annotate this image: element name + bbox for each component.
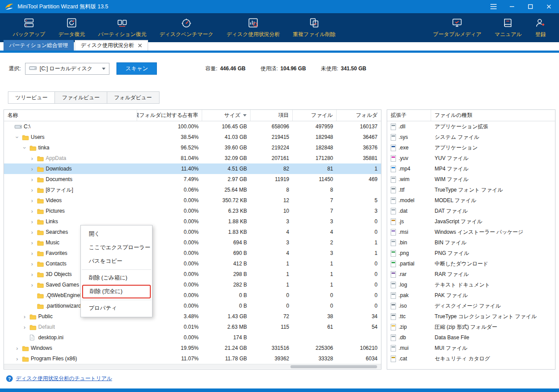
chevron-right-icon[interactable]: › (29, 156, 35, 161)
chevron-right-icon[interactable]: › (29, 177, 35, 182)
table-row[interactable]: .partitionwizard0.00%0 B000 (4, 301, 381, 311)
chevron-right-icon[interactable]: › (14, 345, 20, 351)
table-row[interactable]: ›Saved Games0.00%282 B110 (4, 279, 381, 290)
menu-icon[interactable] (488, 2, 499, 11)
column-header-extension[interactable]: 拡張子 (387, 110, 431, 121)
table-row[interactable]: ›Videos0.00%350.72 KB1275 (4, 195, 381, 206)
extension-row[interactable]: .modelMODEL ファイル (387, 195, 555, 206)
menu-item-delete-to-recycle-bin[interactable]: 削除 (ごみ箱に) (81, 271, 152, 285)
chevron-right-icon[interactable]: › (29, 240, 35, 246)
extension-row[interactable]: .dllアプリケーション拡張 (387, 121, 555, 132)
extension-row[interactable]: .exeアプリケーション (387, 142, 555, 153)
data-recovery-button[interactable]: データ復元 (52, 17, 92, 38)
minimize-icon[interactable] (506, 2, 518, 11)
extension-row[interactable]: .dbData Base File (387, 332, 555, 343)
table-row[interactable]: ›Default0.01%2.63 MB1156154 (4, 322, 381, 332)
extension-row[interactable]: .ttfTrueType フォント ファイル (387, 185, 555, 195)
extension-row[interactable]: .mp4MP4 ファイル (387, 163, 555, 174)
table-row[interactable]: ›Favorites0.00%690 B431 (4, 248, 381, 258)
table-row[interactable]: ›Documents7.49%2.97 GB1191911450469 (4, 174, 381, 185)
chevron-right-icon[interactable]: › (29, 166, 35, 172)
table-row[interactable]: ›Users38.54%41.03 GB21941518294836467 (4, 132, 381, 142)
table-row[interactable]: ›[8ファイル]0.06%25.64 MB88 (4, 185, 381, 195)
extension-row[interactable]: .isoディスクイメージ ファイル (387, 301, 555, 311)
extension-row[interactable]: .binBIN ファイル (387, 237, 555, 248)
manual-button[interactable]: マニュアル (488, 17, 528, 38)
chevron-right-icon[interactable]: › (14, 356, 20, 362)
table-row[interactable]: ›3D Objects0.00%298 B110 (4, 269, 381, 279)
chevron-right-icon[interactable]: › (29, 282, 35, 288)
extension-row[interactable]: .wimWIM ファイル (387, 174, 555, 185)
menu-item-open-in-explorer[interactable]: ここでエクスプローラー (81, 241, 152, 254)
table-row[interactable]: ›Windows19.95%21.24 GB331516225306106210 (4, 343, 381, 353)
bootable-media-button[interactable]: ブータブルメディア (426, 17, 488, 38)
scan-button[interactable]: スキャン (116, 62, 157, 75)
column-header-file-type[interactable]: ファイルの種類 (431, 110, 555, 121)
column-header-folders[interactable]: フォルダ (337, 110, 381, 121)
chevron-down-icon[interactable]: › (22, 145, 28, 151)
register-button[interactable]: 登録 (528, 17, 553, 38)
extension-row[interactable]: .datDAT ファイル (387, 206, 555, 216)
tab-partition-manager[interactable]: パーティション総合管理 (4, 40, 74, 51)
maximize-icon[interactable] (525, 2, 536, 11)
extension-row[interactable]: .ttcTrueType コレクション フォント ファイル (387, 311, 555, 322)
chevron-right-icon[interactable]: › (29, 208, 35, 214)
chevron-right-icon[interactable]: › (29, 219, 35, 225)
chevron-down-icon[interactable]: › (15, 134, 20, 140)
extension-row[interactable]: .logテキスト ドキュメント (387, 279, 555, 290)
chevron-right-icon[interactable]: › (29, 250, 35, 256)
table-row[interactable]: C:\100.00%106.45 GB658096497959160137 (4, 121, 381, 132)
menu-item-delete-permanently[interactable]: 削除 (完全に) (82, 285, 151, 298)
table-row[interactable]: ›Pictures0.00%6.23 KB1073 (4, 206, 381, 216)
backup-button[interactable]: バックアップ (6, 17, 52, 38)
table-row[interactable]: ›Searches0.00%1.83 KB440 (4, 227, 381, 237)
extension-row[interactable]: .jsJavaScript ファイル (387, 216, 555, 227)
chevron-right-icon[interactable]: › (29, 261, 35, 267)
column-header-files[interactable]: ファイル (293, 110, 337, 121)
table-row[interactable]: ›AppData81.04%32.09 GB20716117128035881 (4, 153, 381, 163)
table-row[interactable]: ›Program Files (x86)11.07%11.78 GB393623… (4, 353, 381, 364)
table-row[interactable]: ›Contacts0.00%412 B110 (4, 258, 381, 269)
partition-recovery-button[interactable]: パーティション復元 (91, 17, 153, 38)
table-row[interactable]: .QtWebEngineProcess0.00%0 B000 (4, 290, 381, 301)
close-tab-icon[interactable] (138, 44, 142, 47)
extension-row[interactable]: .yuvYUV ファイル (387, 153, 555, 163)
close-icon[interactable] (543, 2, 555, 11)
extension-row[interactable]: .catセキュリティ カタログ (387, 353, 555, 364)
table-row[interactable]: ›tinka96.52%39.60 GB21922418284836376 (4, 142, 381, 153)
scrollbar-thumb[interactable] (290, 365, 377, 368)
extension-row[interactable]: .zip圧縮 (zip 形式) フォルダー (387, 322, 555, 332)
extension-row[interactable]: .sysシステム ファイル (387, 132, 555, 142)
menu-item-copy-path[interactable]: パスをコピー (81, 254, 152, 268)
extension-row[interactable]: .muiMUI ファイル (387, 343, 555, 353)
chevron-right-icon[interactable]: › (29, 229, 35, 235)
table-row[interactable]: ›Links0.00%1.88 KB330 (4, 216, 381, 227)
duplicate-file-remover-button[interactable]: 重複ファイル削除 (287, 17, 342, 38)
table-row[interactable]: desktop.ini0.00%174 B (4, 332, 381, 343)
extension-row[interactable]: .pakPAK ファイル (387, 290, 555, 301)
table-row[interactable]: ›Public3.48%1.43 GB723834 (4, 311, 381, 322)
chevron-right-icon[interactable]: › (22, 324, 28, 330)
view-tab-tree[interactable]: ツリービュー (8, 91, 55, 104)
column-header-size[interactable]: サイズ (202, 110, 250, 121)
chevron-right-icon[interactable]: › (22, 314, 28, 319)
menu-item-open[interactable]: 開く (81, 227, 152, 241)
space-analyzer-button[interactable]: ディスク使用状況分析 (220, 17, 286, 38)
view-tab-folder[interactable]: フォルダビュー (107, 91, 160, 104)
extension-row[interactable]: .pngPNG ファイル (387, 248, 555, 258)
extension-row[interactable]: .partial中断したダウンロード (387, 258, 555, 269)
chevron-right-icon[interactable]: › (29, 272, 35, 277)
menu-item-properties[interactable]: プロパティ (81, 301, 152, 315)
extension-row[interactable]: .msiWindows インストーラー パッケージ (387, 227, 555, 237)
chevron-right-icon[interactable]: › (29, 198, 35, 203)
table-row[interactable]: ›Music0.00%694 B321 (4, 237, 381, 248)
disk-benchmark-button[interactable]: ディスクベンチマーク (153, 17, 220, 38)
column-header-items[interactable]: 項目 (250, 110, 293, 121)
chevron-right-icon[interactable]: › (29, 187, 35, 193)
tab-disk-analyzer[interactable]: ディスク使用状況分析 (75, 40, 148, 51)
table-row[interactable]: ›Downloads11.40%4.51 GB82811 (4, 163, 381, 174)
column-header-percent[interactable]: 親フォルダに対する占有率 (137, 110, 202, 121)
drive-select[interactable]: [C:] ローカルディスク (25, 63, 109, 75)
tutorial-link[interactable]: ディスク使用状況分析のチュートリアル (16, 375, 112, 382)
view-tab-file[interactable]: ファイルビュー (55, 91, 107, 104)
